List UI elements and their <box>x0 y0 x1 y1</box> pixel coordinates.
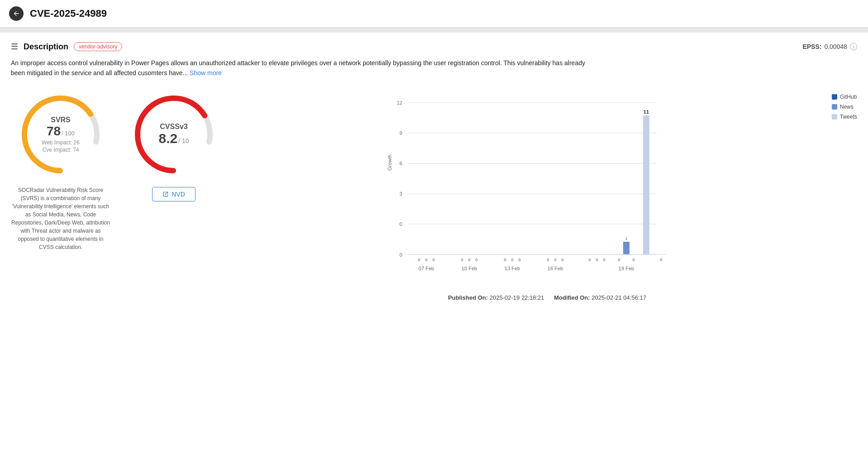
svg-text:12: 12 <box>397 100 402 105</box>
epss-value: 0.00048 <box>824 43 847 50</box>
svg-text:13 Feb: 13 Feb <box>505 266 520 271</box>
bar-chart-container: Growth 12 9 6 3 0 0 <box>237 89 823 281</box>
epss-label: EPSS: <box>802 43 821 50</box>
legend-github-dot <box>832 94 837 100</box>
svg-text:0: 0 <box>618 258 620 262</box>
svg-text:1: 1 <box>625 236 627 241</box>
svrs-value: 78 <box>47 124 61 139</box>
chart-area: Growth 12 9 6 3 0 0 <box>237 89 857 301</box>
cvss-max: / 10 <box>178 137 189 144</box>
svg-text:0: 0 <box>504 258 506 262</box>
description-text: An improper access control vulnerability… <box>11 58 599 78</box>
svg-rect-48 <box>623 242 630 254</box>
svrs-gauge-container: SVRS 78 / 100 Web Impact: 26 Cve Impact:… <box>11 89 110 251</box>
bar-chart-svg: Growth 12 9 6 3 0 0 <box>237 89 823 279</box>
vendor-advisory-tag: vendor-advisory <box>74 42 122 51</box>
svg-text:0: 0 <box>461 258 463 262</box>
svrs-max: / 100 <box>62 130 75 137</box>
modified-label: Modified On: <box>554 294 590 301</box>
cvss-title: CVSSv3 <box>158 123 189 131</box>
svg-text:Growth: Growth <box>387 154 392 170</box>
page-title: CVE-2025-24989 <box>30 8 107 19</box>
svg-text:11: 11 <box>644 109 649 115</box>
svg-text:07 Feb: 07 Feb <box>419 266 434 271</box>
svg-text:0: 0 <box>632 258 634 262</box>
svrs-cve-impact: Cve Impact: 74 <box>42 147 80 153</box>
published-label: Published On: <box>448 294 488 301</box>
legend-news-label: News <box>840 104 854 110</box>
cvss-gauge-container: CVSSv3 8.2 / 10 NVD <box>129 89 219 201</box>
svrs-note: SOCRadar Vulnerability Risk Score (SVRS)… <box>11 186 110 251</box>
cvss-center-text: CVSSv3 8.2 / 10 <box>158 123 189 146</box>
svg-text:0: 0 <box>588 258 591 262</box>
legend-tweets-label: Tweets <box>840 114 857 120</box>
svg-text:0: 0 <box>418 258 420 262</box>
svg-text:6: 6 <box>400 161 402 166</box>
svg-text:0: 0 <box>603 258 605 262</box>
chart-legend: GitHub News Tweets <box>832 89 857 281</box>
separator-bar <box>0 28 868 33</box>
legend-news-dot <box>832 104 837 110</box>
svrs-gauge: SVRS 78 / 100 Web Impact: 26 Cve Impact:… <box>15 89 106 180</box>
svg-text:0: 0 <box>400 252 402 258</box>
svg-text:19 Feb: 19 Feb <box>619 266 634 271</box>
svg-text:0: 0 <box>432 258 434 262</box>
svg-text:0: 0 <box>596 258 598 262</box>
nvd-button[interactable]: NVD <box>152 187 196 201</box>
cvss-gauge: CVSSv3 8.2 / 10 <box>129 89 219 180</box>
svrs-center-text: SVRS 78 / 100 Web Impact: 26 Cve Impact:… <box>42 116 80 153</box>
description-left: ☰ Description vendor-advisory <box>11 42 122 52</box>
svg-text:9: 9 <box>400 130 402 136</box>
svg-text:0: 0 <box>561 258 563 262</box>
svg-text:0: 0 <box>468 258 470 262</box>
legend-github: GitHub <box>832 94 857 100</box>
show-more-link[interactable]: Show more <box>190 69 222 77</box>
svg-text:0: 0 <box>554 258 556 262</box>
svg-text:0: 0 <box>400 221 402 227</box>
legend-tweets-dot <box>832 114 837 120</box>
chart-footer: Published On: 2025-02-19 22:18:21 Modifi… <box>237 294 857 301</box>
external-link-icon <box>162 191 169 197</box>
modified-value: 2025-02-21 04:56:17 <box>591 294 646 301</box>
svg-rect-55 <box>643 115 649 254</box>
svg-text:0: 0 <box>425 258 427 262</box>
epss-info: EPSS: 0.00048 i <box>802 43 857 50</box>
epss-info-icon[interactable]: i <box>850 43 857 50</box>
page-header: CVE-2025-24989 <box>0 0 868 28</box>
description-label: Description <box>24 42 68 52</box>
back-button[interactable] <box>9 6 24 21</box>
metrics-row: SVRS 78 / 100 Web Impact: 26 Cve Impact:… <box>11 89 857 301</box>
svg-text:16 Feb: 16 Feb <box>548 266 563 271</box>
svg-text:3: 3 <box>400 191 402 196</box>
svg-text:10 Feb: 10 Feb <box>462 266 477 271</box>
description-icon: ☰ <box>11 42 18 52</box>
published-value: 2025-02-19 22:18:21 <box>490 294 544 301</box>
svrs-web-impact: Web Impact: 26 <box>42 139 80 146</box>
svg-text:0: 0 <box>547 258 549 262</box>
svg-text:0: 0 <box>660 258 662 262</box>
svrs-title: SVRS <box>42 116 80 124</box>
svg-text:0: 0 <box>518 258 520 262</box>
main-content: ☰ Description vendor-advisory EPSS: 0.00… <box>0 33 868 310</box>
legend-news: News <box>832 104 857 110</box>
svg-text:0: 0 <box>475 258 477 262</box>
cvss-value: 8.2 <box>158 131 177 146</box>
svg-text:0: 0 <box>511 258 513 262</box>
chart-svg-wrap: Growth 12 9 6 3 0 0 <box>237 89 857 281</box>
description-header: ☰ Description vendor-advisory EPSS: 0.00… <box>11 42 857 52</box>
legend-tweets: Tweets <box>832 114 857 120</box>
legend-github-label: GitHub <box>840 94 857 100</box>
